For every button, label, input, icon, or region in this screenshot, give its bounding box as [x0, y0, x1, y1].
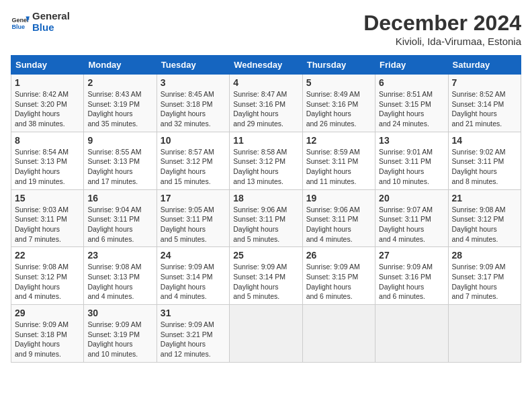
day-number: 5 — [306, 77, 371, 88]
calendar-cell — [448, 305, 521, 363]
calendar-cell — [302, 305, 375, 363]
calendar-cell: 27 Sunrise: 9:09 AM Sunset: 3:16 PM Dayl… — [375, 247, 448, 305]
week-row-1: 1 Sunrise: 8:42 AM Sunset: 3:20 PM Dayli… — [11, 75, 521, 132]
calendar-cell: 8 Sunrise: 8:54 AM Sunset: 3:13 PM Dayli… — [11, 132, 84, 189]
day-info: Sunrise: 9:06 AM Sunset: 3:11 PM Dayligh… — [306, 205, 371, 244]
day-info: Sunrise: 9:03 AM Sunset: 3:11 PM Dayligh… — [15, 205, 80, 244]
header-sunday: Sunday — [11, 56, 84, 75]
day-info: Sunrise: 8:55 AM Sunset: 3:13 PM Dayligh… — [87, 147, 152, 187]
day-info: Sunrise: 9:09 AM Sunset: 3:16 PM Dayligh… — [379, 262, 444, 302]
day-number: 26 — [306, 250, 371, 261]
day-number: 15 — [15, 193, 80, 203]
calendar-cell: 30 Sunrise: 9:09 AM Sunset: 3:19 PM Dayl… — [84, 305, 157, 363]
day-number: 1 — [15, 77, 80, 88]
month-title: December 2024 — [363, 11, 521, 36]
calendar-cell: 31 Sunrise: 9:09 AM Sunset: 3:21 PM Dayl… — [157, 305, 229, 363]
day-number: 25 — [233, 250, 298, 261]
header-saturday: Saturday — [448, 56, 521, 75]
day-number: 18 — [233, 193, 298, 203]
calendar-cell: 20 Sunrise: 9:07 AM Sunset: 3:11 PM Dayl… — [375, 189, 448, 247]
day-number: 12 — [306, 135, 371, 146]
day-number: 7 — [452, 77, 517, 88]
calendar-cell: 3 Sunrise: 8:45 AM Sunset: 3:18 PM Dayli… — [157, 75, 229, 132]
week-row-4: 22 Sunrise: 9:08 AM Sunset: 3:12 PM Dayl… — [11, 247, 521, 305]
day-number: 10 — [161, 135, 226, 146]
calendar-cell: 28 Sunrise: 9:09 AM Sunset: 3:17 PM Dayl… — [448, 247, 521, 305]
calendar-cell: 16 Sunrise: 9:04 AM Sunset: 3:11 PM Dayl… — [84, 189, 157, 247]
calendar-cell: 24 Sunrise: 9:09 AM Sunset: 3:14 PM Dayl… — [157, 247, 229, 305]
calendar-cell: 9 Sunrise: 8:55 AM Sunset: 3:13 PM Dayli… — [84, 132, 157, 189]
day-number: 4 — [233, 77, 298, 88]
calendar-cell: 5 Sunrise: 8:49 AM Sunset: 3:16 PM Dayli… — [302, 75, 375, 132]
header-tuesday: Tuesday — [157, 56, 229, 75]
calendar-cell: 2 Sunrise: 8:43 AM Sunset: 3:19 PM Dayli… — [84, 75, 157, 132]
calendar-cell: 19 Sunrise: 9:06 AM Sunset: 3:11 PM Dayl… — [302, 189, 375, 247]
day-number: 31 — [161, 308, 226, 318]
day-info: Sunrise: 9:08 AM Sunset: 3:13 PM Dayligh… — [87, 262, 152, 302]
day-number: 6 — [379, 77, 444, 88]
day-info: Sunrise: 8:42 AM Sunset: 3:20 PM Dayligh… — [15, 89, 80, 129]
day-info: Sunrise: 9:09 AM Sunset: 3:14 PM Dayligh… — [233, 262, 298, 302]
day-info: Sunrise: 8:59 AM Sunset: 3:11 PM Dayligh… — [306, 147, 371, 187]
day-number: 20 — [379, 193, 444, 203]
calendar-cell — [230, 305, 302, 363]
day-number: 8 — [15, 135, 80, 146]
location-text: Kivioli, Ida-Virumaa, Estonia — [363, 36, 521, 47]
day-number: 9 — [87, 135, 152, 146]
week-row-2: 8 Sunrise: 8:54 AM Sunset: 3:13 PM Dayli… — [11, 132, 521, 189]
calendar-cell: 18 Sunrise: 9:06 AM Sunset: 3:11 PM Dayl… — [230, 189, 302, 247]
calendar-cell: 6 Sunrise: 8:51 AM Sunset: 3:15 PM Dayli… — [375, 75, 448, 132]
day-number: 23 — [87, 250, 152, 261]
logo-blue-text: Blue — [32, 22, 70, 34]
day-number: 29 — [15, 308, 80, 318]
day-info: Sunrise: 9:09 AM Sunset: 3:19 PM Dayligh… — [87, 320, 152, 359]
day-number: 14 — [452, 135, 517, 146]
day-info: Sunrise: 9:02 AM Sunset: 3:11 PM Dayligh… — [452, 147, 517, 187]
day-info: Sunrise: 8:54 AM Sunset: 3:13 PM Dayligh… — [15, 147, 80, 187]
calendar-cell: 23 Sunrise: 9:08 AM Sunset: 3:13 PM Dayl… — [84, 247, 157, 305]
calendar-cell: 13 Sunrise: 9:01 AM Sunset: 3:11 PM Dayl… — [375, 132, 448, 189]
calendar-cell: 10 Sunrise: 8:57 AM Sunset: 3:12 PM Dayl… — [157, 132, 229, 189]
day-number: 27 — [379, 250, 444, 261]
day-info: Sunrise: 8:58 AM Sunset: 3:12 PM Dayligh… — [233, 147, 298, 187]
day-info: Sunrise: 9:05 AM Sunset: 3:11 PM Dayligh… — [161, 205, 226, 244]
svg-text:Blue: Blue — [11, 23, 25, 30]
header-monday: Monday — [84, 56, 157, 75]
logo-icon: General Blue — [11, 13, 30, 32]
calendar-cell: 25 Sunrise: 9:09 AM Sunset: 3:14 PM Dayl… — [230, 247, 302, 305]
calendar-cell: 1 Sunrise: 8:42 AM Sunset: 3:20 PM Dayli… — [11, 75, 84, 132]
day-number: 22 — [15, 250, 80, 261]
day-info: Sunrise: 9:09 AM Sunset: 3:15 PM Dayligh… — [306, 262, 371, 302]
calendar-table: SundayMondayTuesdayWednesdayThursdayFrid… — [11, 55, 521, 363]
day-number: 17 — [161, 193, 226, 203]
day-number: 28 — [452, 250, 517, 261]
calendar-cell: 17 Sunrise: 9:05 AM Sunset: 3:11 PM Dayl… — [157, 189, 229, 247]
calendar-cell: 21 Sunrise: 9:08 AM Sunset: 3:12 PM Dayl… — [448, 189, 521, 247]
day-number: 21 — [452, 193, 517, 203]
calendar-cell: 22 Sunrise: 9:08 AM Sunset: 3:12 PM Dayl… — [11, 247, 84, 305]
calendar-cell: 14 Sunrise: 9:02 AM Sunset: 3:11 PM Dayl… — [448, 132, 521, 189]
day-number: 3 — [161, 77, 226, 88]
calendar-cell: 29 Sunrise: 9:09 AM Sunset: 3:18 PM Dayl… — [11, 305, 84, 363]
week-row-5: 29 Sunrise: 9:09 AM Sunset: 3:18 PM Dayl… — [11, 305, 521, 363]
header-thursday: Thursday — [302, 56, 375, 75]
day-number: 24 — [161, 250, 226, 261]
title-area: December 2024 Kivioli, Ida-Virumaa, Esto… — [363, 11, 521, 47]
calendar-header: SundayMondayTuesdayWednesdayThursdayFrid… — [11, 56, 521, 75]
day-info: Sunrise: 9:09 AM Sunset: 3:18 PM Dayligh… — [15, 320, 80, 359]
day-info: Sunrise: 9:01 AM Sunset: 3:11 PM Dayligh… — [379, 147, 444, 187]
calendar-cell: 26 Sunrise: 9:09 AM Sunset: 3:15 PM Dayl… — [302, 247, 375, 305]
header-wednesday: Wednesday — [230, 56, 302, 75]
day-info: Sunrise: 9:08 AM Sunset: 3:12 PM Dayligh… — [452, 205, 517, 244]
header-row: SundayMondayTuesdayWednesdayThursdayFrid… — [11, 56, 521, 75]
day-info: Sunrise: 9:04 AM Sunset: 3:11 PM Dayligh… — [87, 205, 152, 244]
day-info: Sunrise: 9:06 AM Sunset: 3:11 PM Dayligh… — [233, 205, 298, 244]
week-row-3: 15 Sunrise: 9:03 AM Sunset: 3:11 PM Dayl… — [11, 189, 521, 247]
calendar-cell: 11 Sunrise: 8:58 AM Sunset: 3:12 PM Dayl… — [230, 132, 302, 189]
day-info: Sunrise: 8:45 AM Sunset: 3:18 PM Dayligh… — [161, 89, 226, 129]
logo-general-text: General — [32, 11, 70, 22]
header-friday: Friday — [375, 56, 448, 75]
day-info: Sunrise: 8:47 AM Sunset: 3:16 PM Dayligh… — [233, 89, 298, 129]
calendar-cell — [375, 305, 448, 363]
day-number: 2 — [87, 77, 152, 88]
